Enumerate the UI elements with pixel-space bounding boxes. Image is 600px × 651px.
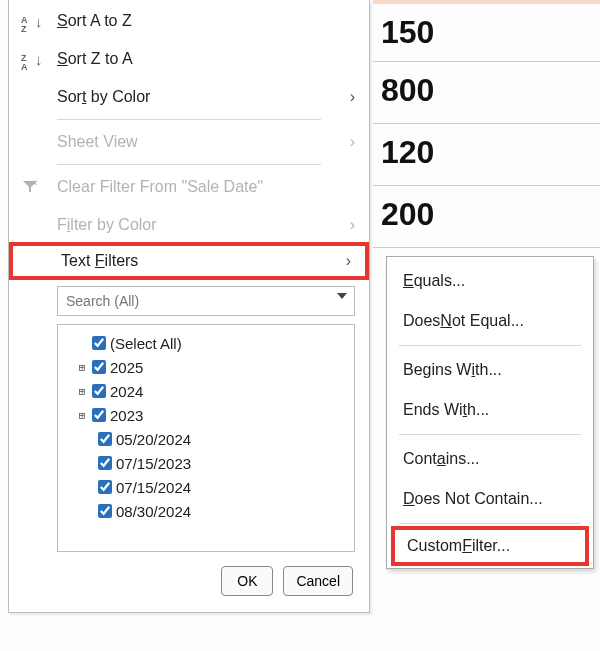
chevron-right-icon: › [350, 88, 355, 106]
filter-ends-with-item[interactable]: Ends With... [387, 390, 593, 430]
expand-icon[interactable]: ⊞ [76, 409, 88, 422]
tree-item-date[interactable]: 05/20/2024 [64, 427, 348, 451]
text-filters-item[interactable]: Text Filters › [9, 242, 369, 280]
text-filters-submenu: Equals... Does Not Equal... Begins With.… [386, 256, 594, 569]
checkbox[interactable] [92, 384, 106, 398]
sort-az-item[interactable]: AZ↓ Sort A to Z [9, 2, 369, 40]
cell-value[interactable]: 200 [373, 186, 600, 248]
tree-item-year[interactable]: ⊞ 2023 [64, 403, 348, 427]
filter-contains-item[interactable]: Contains... [387, 439, 593, 479]
filter-values-tree[interactable]: (Select All) ⊞ 2025 ⊞ 2024 ⊞ 2023 [57, 324, 355, 552]
checkbox[interactable] [98, 504, 112, 518]
sort-za-item[interactable]: ZA↓ Sort Z to A [9, 40, 369, 78]
checkbox[interactable] [92, 360, 106, 374]
sort-by-color-item[interactable]: Sort by Color › [9, 78, 369, 116]
cell-value[interactable]: 150 [373, 0, 600, 62]
clear-filter-item: × Clear Filter From "Sale Date" [9, 168, 369, 206]
tree-item-date[interactable]: 08/30/2024 [64, 499, 348, 523]
filter-equals-item[interactable]: Equals... [387, 261, 593, 301]
checkbox[interactable] [92, 336, 106, 350]
checkbox[interactable] [98, 432, 112, 446]
tree-item-year[interactable]: ⊞ 2024 [64, 379, 348, 403]
funnel-clear-icon: × [23, 181, 57, 193]
chevron-right-icon: › [350, 133, 355, 151]
expand-icon[interactable]: ⊞ [76, 361, 88, 374]
chevron-right-icon: › [346, 252, 351, 270]
checkbox[interactable] [92, 408, 106, 422]
cell-value[interactable]: 800 [373, 62, 600, 124]
ok-button[interactable]: OK [221, 566, 273, 596]
filter-search-input[interactable] [57, 286, 355, 316]
checkbox[interactable] [98, 456, 112, 470]
tree-item-date[interactable]: 07/15/2023 [64, 451, 348, 475]
filter-dropdown: AZ↓ Sort A to Z ZA↓ Sort Z to A Sort by … [8, 0, 370, 613]
sheet-view-item: Sheet View › [9, 123, 369, 161]
filter-does-not-contain-item[interactable]: Does Not Contain... [387, 479, 593, 519]
filter-custom-item[interactable]: Custom Filter... [391, 526, 589, 566]
tree-item-select-all[interactable]: (Select All) [64, 331, 348, 355]
checkbox[interactable] [98, 480, 112, 494]
cell-value[interactable]: 120 [373, 124, 600, 186]
expand-icon[interactable]: ⊞ [76, 385, 88, 398]
tree-item-date[interactable]: 07/15/2024 [64, 475, 348, 499]
chevron-right-icon: › [350, 216, 355, 234]
cancel-button[interactable]: Cancel [283, 566, 353, 596]
dropdown-caret-icon[interactable] [337, 293, 347, 299]
tree-item-year[interactable]: ⊞ 2025 [64, 355, 348, 379]
filter-begins-with-item[interactable]: Begins With... [387, 350, 593, 390]
filter-does-not-equal-item[interactable]: Does Not Equal... [387, 301, 593, 341]
filter-by-color-item: Filter by Color › [9, 206, 369, 244]
